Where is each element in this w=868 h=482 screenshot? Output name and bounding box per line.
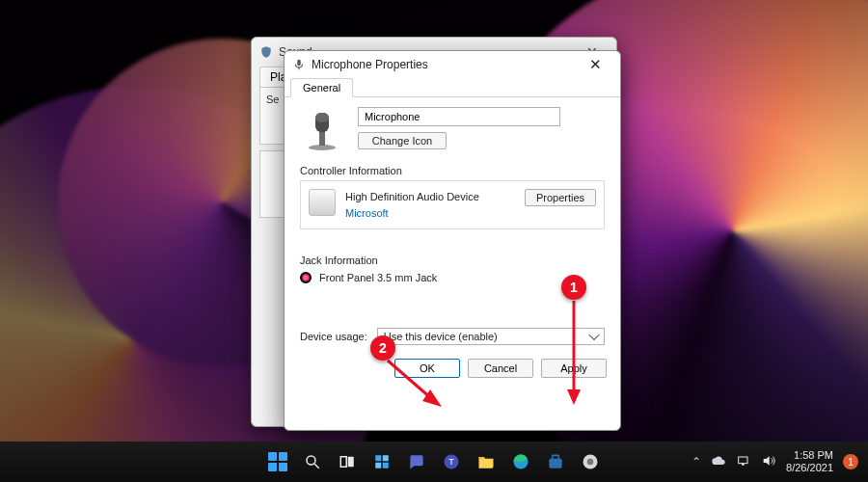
tray-chevron-up-icon[interactable]: ⌃ [692,455,701,469]
widgets-icon [373,453,391,470]
apply-button[interactable]: Apply [541,359,607,378]
volume-icon[interactable] [761,453,776,470]
jack-value: Front Panel 3.5 mm Jack [319,272,437,283]
sound-settings-icon [581,452,600,471]
file-explorer-button[interactable] [472,447,501,476]
widgets-button[interactable] [367,447,396,476]
chat-button[interactable] [402,447,431,476]
svg-rect-15 [383,463,389,469]
start-button[interactable] [263,447,292,476]
annotation-step-2: 2 [370,335,395,361]
device-usage-select[interactable]: Use this device (enable) [377,328,605,345]
network-icon[interactable] [736,453,751,470]
search-icon [304,453,321,470]
edge-icon [511,452,530,471]
svg-point-8 [307,456,315,465]
mic-dialog-title: Microphone Properties [312,58,428,71]
svg-text:T: T [448,457,454,467]
task-view-icon [339,453,356,470]
svg-rect-20 [553,455,559,459]
close-button[interactable]: ✕ [578,54,612,75]
change-icon-button[interactable]: Change Icon [358,132,447,149]
ok-button[interactable]: OK [394,359,460,378]
notification-badge[interactable]: 1 [843,454,858,469]
edge-button[interactable] [506,447,535,476]
jack-heading: Jack Information [300,254,605,266]
mic-dialog-titlebar[interactable]: Microphone Properties ✕ [285,51,620,78]
onedrive-icon[interactable] [711,453,726,470]
microphone-icon [292,58,306,71]
chat-icon [407,452,426,471]
clock-time: 1:58 PM [786,449,833,462]
system-tray: ⌃ 1:58 PM 8/26/2021 1 [692,449,868,473]
store-button[interactable] [541,447,570,476]
svg-rect-14 [375,463,381,469]
svg-rect-13 [383,455,389,461]
dialog-tabs: General [285,78,620,97]
taskbar: T ⌃ 1:58 PM 8/26/2021 1 [0,442,868,482]
clock-date: 8/26/2021 [786,462,833,474]
task-view-button[interactable] [333,447,362,476]
svg-rect-3 [315,113,329,122]
controller-heading: Controller Information [300,165,605,176]
svg-rect-10 [340,457,346,468]
controller-name: High Definition Audio Device [345,189,515,205]
sound-card-icon [309,189,336,216]
cancel-button[interactable]: Cancel [468,359,533,378]
tab-general[interactable]: General [290,78,353,97]
annotation-step-1: 1 [561,275,586,300]
svg-rect-23 [739,457,747,464]
running-app-button[interactable] [576,447,605,476]
taskbar-center: T [263,447,605,476]
teams-icon: T [442,452,461,471]
svg-rect-24 [742,464,745,466]
windows-logo-icon [268,452,287,471]
controller-vendor-link[interactable]: Microsoft [345,205,515,222]
store-icon [546,452,565,471]
svg-rect-12 [375,455,381,461]
device-large-icon [300,107,344,151]
device-usage-label: Device usage: [300,331,367,342]
jack-color-indicator [300,272,312,283]
taskbar-clock[interactable]: 1:58 PM 8/26/2021 [786,449,833,473]
microphone-properties-dialog: Microphone Properties ✕ General Change I… [284,50,621,431]
svg-point-22 [587,459,594,466]
sound-body-text: Se [266,94,279,105]
device-usage-selected: Use this device (enable) [384,331,498,342]
search-button[interactable] [298,447,327,476]
shield-icon [259,45,273,59]
dialog-button-row: OK Cancel Apply [285,351,620,388]
controller-info-box: High Definition Audio Device Microsoft P… [300,180,605,229]
device-name-input[interactable] [358,107,560,126]
controller-properties-button[interactable]: Properties [525,189,596,206]
svg-rect-1 [319,130,325,146]
teams-button[interactable]: T [437,447,466,476]
svg-rect-11 [348,457,354,468]
svg-line-9 [314,464,319,469]
folder-icon [476,452,496,471]
